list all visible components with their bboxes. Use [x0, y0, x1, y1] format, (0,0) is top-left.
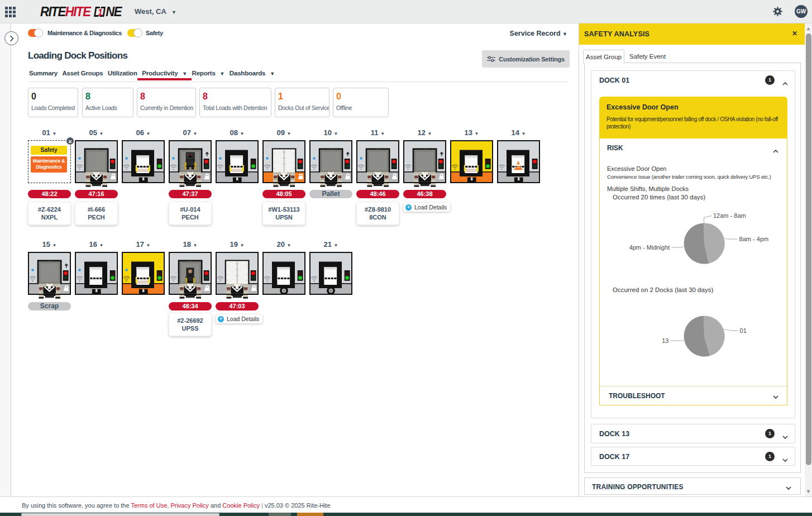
svg-text:13: 13 — [662, 337, 668, 344]
svg-text:4pm - Midnight: 4pm - Midnight — [629, 244, 670, 251]
svg-text:01: 01 — [740, 327, 747, 334]
svg-text:12am - 8am: 12am - 8am — [713, 212, 746, 219]
svg-text:8am - 4pm: 8am - 4pm — [739, 236, 769, 242]
